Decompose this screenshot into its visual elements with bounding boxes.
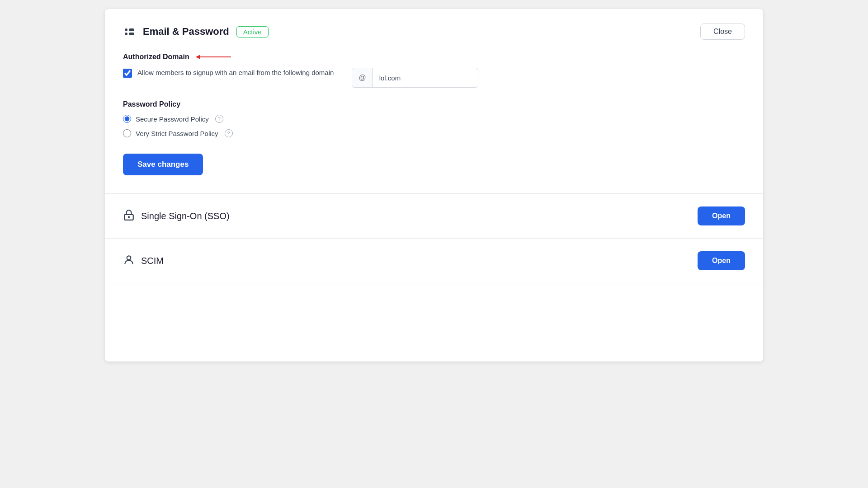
logo-dash bbox=[129, 28, 134, 31]
logo-icon bbox=[123, 25, 136, 38]
authorized-domain-section: Authorized Domain Allow members to signu… bbox=[123, 52, 745, 88]
save-changes-button[interactable]: Save changes bbox=[123, 154, 203, 175]
radio-very-strict[interactable] bbox=[123, 129, 131, 137]
radio-group: Secure Password Policy ? Very Strict Pas… bbox=[123, 115, 745, 137]
active-badge: Active bbox=[236, 26, 269, 38]
logo-dot-2 bbox=[125, 33, 127, 35]
sso-section: Single Sign-On (SSO) Open bbox=[105, 194, 763, 239]
help-icon-very-strict[interactable]: ? bbox=[225, 129, 233, 137]
radio-very-strict-label: Very Strict Password Policy bbox=[136, 130, 218, 137]
scim-title-group: SCIM bbox=[123, 254, 164, 267]
domain-input[interactable] bbox=[373, 68, 472, 87]
scim-section: SCIM Open bbox=[105, 239, 763, 283]
lock-icon bbox=[123, 209, 135, 223]
user-icon bbox=[123, 254, 135, 267]
at-symbol: @ bbox=[352, 68, 373, 87]
svg-point-4 bbox=[127, 256, 131, 260]
sso-open-button[interactable]: Open bbox=[698, 206, 745, 225]
password-policy-section: Password Policy Secure Password Policy ?… bbox=[123, 100, 745, 137]
domain-input-group: @ bbox=[352, 68, 478, 88]
svg-marker-1 bbox=[196, 55, 200, 59]
description-text: Allow members to signup with an email fr… bbox=[137, 68, 334, 78]
radio-secure-label: Secure Password Policy bbox=[136, 115, 209, 123]
sso-title-group: Single Sign-On (SSO) bbox=[123, 209, 230, 223]
radio-item-secure: Secure Password Policy ? bbox=[123, 115, 745, 123]
domain-description: Allow members to signup with an email fr… bbox=[123, 68, 334, 78]
close-button[interactable]: Close bbox=[700, 23, 745, 40]
sso-title: Single Sign-On (SSO) bbox=[141, 211, 230, 221]
page-container: Email & Password Active Close Authorized… bbox=[105, 9, 763, 361]
title-group: Email & Password Active bbox=[123, 25, 269, 38]
password-policy-label: Password Policy bbox=[123, 100, 745, 108]
radio-item-very-strict: Very Strict Password Policy ? bbox=[123, 129, 745, 137]
scim-open-button[interactable]: Open bbox=[698, 251, 745, 270]
scim-title: SCIM bbox=[141, 256, 164, 266]
section-header: Email & Password Active Close bbox=[123, 23, 745, 40]
radio-secure[interactable] bbox=[123, 115, 131, 123]
authorized-domain-checkbox[interactable] bbox=[123, 69, 132, 78]
email-password-section: Email & Password Active Close Authorized… bbox=[105, 9, 763, 194]
logo-dot bbox=[125, 28, 127, 31]
logo-mark-row-2 bbox=[125, 33, 134, 35]
logo-mark-row-1 bbox=[125, 28, 134, 31]
logo-dash-2 bbox=[129, 33, 134, 35]
domain-row: Allow members to signup with an email fr… bbox=[123, 68, 745, 88]
section-title: Email & Password bbox=[143, 26, 229, 38]
logo-marks bbox=[125, 28, 134, 35]
arrow-annotation bbox=[195, 52, 236, 61]
svg-point-3 bbox=[128, 216, 129, 218]
authorized-domain-label: Authorized Domain bbox=[123, 52, 745, 61]
help-icon-secure[interactable]: ? bbox=[215, 115, 223, 123]
